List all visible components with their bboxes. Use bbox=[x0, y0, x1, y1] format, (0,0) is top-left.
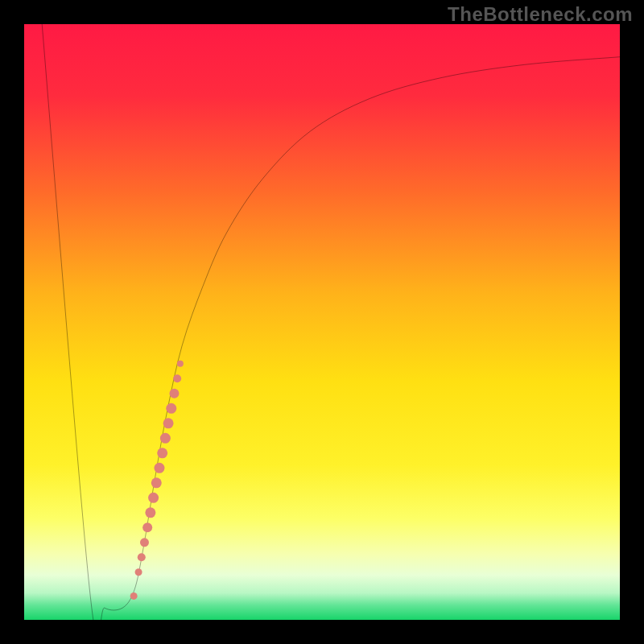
scatter-dot bbox=[163, 418, 174, 428]
scatter-dot bbox=[151, 477, 162, 488]
plot-background bbox=[24, 24, 620, 620]
scatter-dot bbox=[173, 374, 181, 382]
scatter-dot bbox=[160, 433, 171, 444]
scatter-dot bbox=[157, 448, 167, 458]
scatter-dot bbox=[145, 507, 155, 518]
watermark-text: TheBottleneck.com bbox=[448, 3, 633, 26]
scatter-dot bbox=[154, 463, 164, 473]
scatter-dot bbox=[140, 538, 149, 547]
scatter-dot bbox=[130, 592, 138, 600]
scatter-dot bbox=[135, 568, 142, 576]
scatter-dot bbox=[177, 361, 184, 367]
scatter-dot bbox=[142, 522, 152, 532]
scatter-dot bbox=[148, 493, 159, 503]
bottleneck-chart bbox=[24, 24, 620, 620]
scatter-dot bbox=[138, 553, 146, 561]
scatter-dot bbox=[166, 403, 176, 414]
scatter-dot bbox=[169, 389, 179, 398]
